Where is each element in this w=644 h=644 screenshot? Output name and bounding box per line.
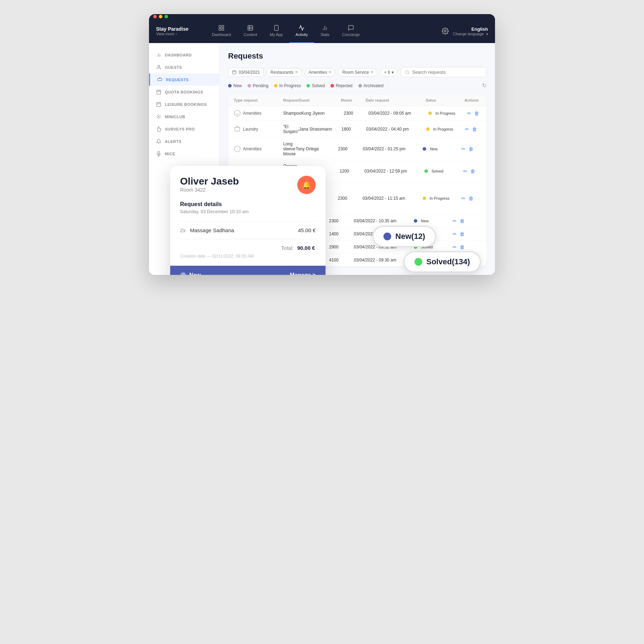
stat-bubble-new[interactable]: New(12) — [372, 226, 436, 247]
sidebar-label-guests: GUESTS — [165, 65, 182, 70]
new-bubble-dot — [383, 233, 391, 240]
edit-button[interactable]: ✏ — [461, 146, 466, 152]
minimize-dot[interactable] — [159, 15, 162, 18]
edit-button[interactable]: ✏ — [465, 126, 469, 132]
sidebar-label-alerts: ALERTS — [165, 139, 181, 144]
close-dot[interactable] — [153, 15, 157, 18]
col-date: Date request — [365, 98, 425, 102]
delete-button[interactable]: 🗑 — [460, 218, 465, 224]
status-filter-new[interactable]: New — [228, 83, 242, 88]
language-main: English — [453, 26, 488, 32]
sidebar-item-mice[interactable]: MICE — [149, 148, 219, 160]
remove-restaurants-tag[interactable]: ✕ — [295, 70, 298, 74]
nav-label-stats: Stats — [321, 32, 329, 37]
svg-line-34 — [408, 73, 409, 74]
status-filter-inprogress[interactable]: In Progress — [274, 83, 301, 88]
stat-bubble-solved[interactable]: Solved(134) — [404, 251, 481, 272]
search-input[interactable] — [412, 70, 482, 75]
sidebar-item-guests[interactable]: GUESTS — [149, 61, 219, 73]
edit-button[interactable]: ✏ — [453, 218, 457, 224]
sidebar-label-requests: REQUESTS — [166, 78, 189, 82]
status-filter-pending[interactable]: Pending — [248, 83, 268, 88]
date-filter[interactable]: 03/04/2021 — [228, 68, 264, 77]
filter-tag-roomservice-label: Room Service — [342, 70, 369, 75]
status-badge: Solved — [424, 169, 463, 173]
sidebar-item-quota[interactable]: QUOTA BOOKINGS — [149, 86, 219, 98]
new-bubble-label: New(12) — [395, 232, 425, 241]
nav-label-activity: Activity — [296, 32, 308, 37]
solved-bubble-dot — [415, 258, 422, 266]
svg-rect-2 — [222, 29, 223, 30]
remove-roomservice-tag[interactable]: ✕ — [370, 70, 374, 74]
edit-button[interactable]: ✏ — [467, 110, 471, 116]
sidebar-item-leisure[interactable]: LEISURE BOOKINGS — [149, 98, 219, 110]
svg-rect-3 — [219, 29, 221, 30]
brand-name: Stay Paradise — [156, 26, 198, 32]
filter-tag-roomservice[interactable]: Room Service ✕ — [338, 68, 377, 77]
actions-cell: ✏ 🗑 — [461, 195, 487, 201]
delete-button[interactable]: 🗑 — [469, 195, 473, 201]
edit-button[interactable]: ✏ — [461, 195, 466, 201]
refresh-button[interactable]: ↻ — [482, 82, 487, 89]
sidebar-label-miniclub: MINICLUB — [165, 115, 185, 119]
sidebar-label-mice: MICE — [165, 152, 175, 156]
settings-button[interactable] — [442, 28, 449, 35]
sidebar-item-miniclub[interactable]: MINICLUB — [149, 110, 219, 123]
sidebar-item-surveys[interactable]: SURVEYS PRO — [149, 123, 219, 135]
status-filter-rejected[interactable]: Rejected — [330, 83, 352, 88]
sidebar-item-dashboard[interactable]: DASHBOARD — [149, 49, 219, 61]
delete-button[interactable]: 🗑 — [469, 146, 473, 152]
svg-rect-0 — [219, 25, 221, 27]
svg-point-33 — [405, 71, 408, 73]
status-filter-archived[interactable]: Archivated — [358, 83, 384, 88]
col-type: Type request — [234, 98, 283, 102]
popup-total-row: Total: 90.00 € — [180, 245, 316, 251]
language-sub: Change language ▾ — [453, 32, 488, 36]
actions-cell: ✏ 🗑 — [463, 168, 487, 174]
page-title: Requests — [228, 52, 487, 61]
svg-rect-4 — [248, 25, 253, 30]
popup-manage-button[interactable]: Manage > — [290, 272, 316, 275]
filter-tag-restaurants[interactable]: Restaurants ✕ — [267, 68, 302, 77]
sidebar-label-surveys: SURVEYS PRO — [165, 127, 195, 131]
popup-card: Oliver Jaseb Room 3422 🔔 Request details… — [170, 166, 326, 275]
pending-dot — [248, 84, 251, 88]
status-badge: In Progress — [426, 127, 465, 131]
status-badge: New — [423, 147, 461, 151]
filter-more[interactable]: + 6 ▾ — [380, 68, 398, 77]
delete-button[interactable]: 🗑 — [474, 110, 479, 116]
maximize-dot[interactable] — [165, 15, 168, 18]
language-block[interactable]: English Change language ▾ — [453, 26, 488, 36]
nav-item-activity[interactable]: Activity — [289, 19, 314, 43]
svg-point-17 — [158, 65, 160, 67]
popup-guest-name: Oliver Jaseb — [180, 176, 239, 187]
solved-bubble-label: Solved(134) — [427, 257, 470, 266]
remove-amenities-tag[interactable]: ✕ — [328, 70, 332, 74]
popup-header: Oliver Jaseb Room 3422 🔔 — [180, 176, 316, 200]
nav-item-concierge[interactable]: Concierge — [336, 19, 366, 43]
delete-button[interactable]: 🗑 — [470, 168, 475, 174]
nav-item-myapp[interactable]: My App — [263, 19, 289, 43]
svg-rect-1 — [222, 25, 223, 27]
brand[interactable]: Stay Paradise View more › — [156, 26, 198, 36]
svg-rect-18 — [157, 90, 161, 94]
notification-button[interactable]: 🔔 — [297, 176, 316, 194]
nav-item-content[interactable]: Content — [237, 19, 264, 43]
popup-item-qty: 2x — [180, 227, 186, 233]
popup-item-name: Massage Sadhana — [190, 227, 234, 233]
col-status: Satus — [425, 98, 464, 102]
nav-item-stats[interactable]: Stats — [314, 19, 336, 43]
popup-divider-2 — [180, 239, 316, 239]
col-room: Room — [341, 98, 365, 102]
delete-button[interactable]: 🗑 — [472, 126, 477, 132]
status-filter-solved[interactable]: Solved — [306, 83, 325, 88]
sidebar-item-alerts[interactable]: ALERTS — [149, 135, 219, 148]
filter-tag-amenities[interactable]: Amenities ✕ — [305, 68, 336, 77]
popup-item-price: 45.00 € — [298, 227, 316, 233]
sidebar-item-requests[interactable]: REQUESTS — [149, 73, 219, 86]
popup-item-row: 2x Massage Sadhana 45.00 € — [180, 227, 316, 233]
nav-item-dashboard[interactable]: Dashboard — [205, 19, 237, 43]
status-badge: In Progress — [423, 196, 461, 200]
col-actions: Actions — [464, 98, 487, 102]
edit-button[interactable]: ✏ — [463, 168, 467, 174]
